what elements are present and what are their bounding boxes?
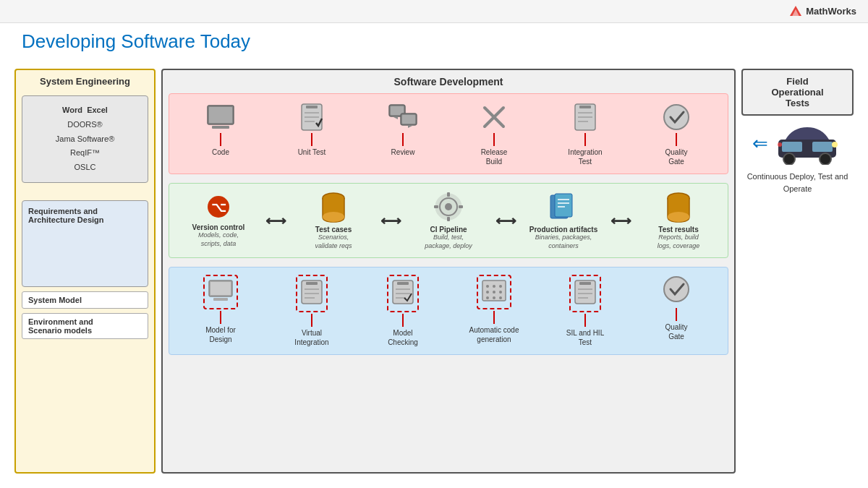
prod-artifacts-sub: Binaries, packages,containers xyxy=(535,234,592,250)
sil-hil-icon xyxy=(574,279,597,308)
mbse-sil-hil-label: SIL and HILTest xyxy=(566,328,604,347)
car-icon xyxy=(771,121,843,165)
mathworks-logo: MathWorks xyxy=(788,4,856,19)
mbse-sil-hil-box xyxy=(569,275,601,312)
word-label: Word xyxy=(62,106,82,114)
release-build-icon xyxy=(478,101,510,133)
doors-label: DOORS® xyxy=(28,118,142,132)
jama-label: Jama Software® xyxy=(28,132,142,147)
sys-model-label: System Model xyxy=(28,296,82,304)
svg-rect-51 xyxy=(397,282,409,285)
svg-rect-19 xyxy=(579,106,591,108)
main-content: System Engineering Word Excel DOORS® Jam… xyxy=(14,69,854,474)
model-checking-icon xyxy=(391,279,414,308)
mbse-model-checking: ModelChecking xyxy=(370,275,435,347)
prod-artifacts-label: Production artifacts xyxy=(529,226,597,234)
env-row: Environment andScenario models xyxy=(22,313,148,339)
mbse-virtual-integration-label: VirtualIntegration xyxy=(294,328,328,347)
svg-point-63 xyxy=(493,296,495,299)
page-title: Developing Software Today xyxy=(22,30,250,53)
svg-rect-32 xyxy=(447,217,450,221)
test-cases-sub: Scenarios,validate reqs xyxy=(315,234,352,250)
excel-label: Excel xyxy=(87,106,108,114)
code-label: Code xyxy=(212,147,229,157)
mbse-auto-code-label: Automatic codegeneration xyxy=(469,325,519,344)
ci-step-integration-test: IntegrationTest xyxy=(553,101,618,166)
svg-point-41 xyxy=(668,212,689,222)
mbse-model-checking-label: ModelChecking xyxy=(388,328,418,347)
mbse-model-checking-box xyxy=(387,275,419,312)
ci-step-code: Code xyxy=(188,101,253,157)
mbse-section: Model forDesign xyxy=(169,267,728,355)
mbse-virtual-integration-box xyxy=(296,275,328,312)
mbse-auto-code: Automatic codegeneration xyxy=(461,275,527,344)
svg-rect-6 xyxy=(306,106,318,108)
double-arrow-icon: ⇐ xyxy=(752,132,768,155)
mbse-quality-gate: QualityGate xyxy=(644,275,709,341)
svg-rect-74 xyxy=(782,142,802,152)
mbse-virtual-integration: VirtualIntegration xyxy=(279,275,344,347)
oslc-label: OSLC xyxy=(28,160,142,175)
field-bottom-text: Continuous Deploy, Test and Operate xyxy=(741,171,854,194)
prod-artifacts-icon xyxy=(548,191,579,226)
svg-point-73 xyxy=(820,153,831,165)
svg-point-30 xyxy=(445,203,452,210)
mbse-sil-hil: SIL and HILTest xyxy=(553,275,618,347)
integration-test-label: IntegrationTest xyxy=(568,147,602,166)
svg-point-61 xyxy=(499,291,502,294)
reqif-label: ReqIF™ xyxy=(28,146,142,160)
svg-rect-46 xyxy=(306,282,318,285)
svg-rect-66 xyxy=(579,282,591,285)
svg-rect-31 xyxy=(447,192,450,197)
svg-rect-34 xyxy=(459,205,463,208)
code-icon xyxy=(205,101,237,133)
header-bar: MathWorks xyxy=(0,0,868,23)
svg-point-58 xyxy=(499,285,502,288)
mbse-quality-gate-label: QualityGate xyxy=(665,322,687,341)
svg-text:⌥: ⌥ xyxy=(211,200,226,215)
svg-rect-75 xyxy=(812,142,833,152)
unit-test-icon xyxy=(296,101,328,133)
arrow-2: ⟷ xyxy=(380,212,401,229)
model-design-icon xyxy=(208,279,234,305)
mathworks-icon xyxy=(788,4,803,19)
release-build-label: ReleaseBuild xyxy=(481,147,508,166)
sys-eng-panel: System Engineering Word Excel DOORS® Jam… xyxy=(14,69,156,474)
svg-rect-44 xyxy=(213,298,228,301)
req-arch-box: Requirements andArchitecture Design xyxy=(22,200,148,287)
svg-rect-4 xyxy=(209,107,232,123)
req-arch-title: Requirements andArchitecture Design xyxy=(28,207,142,224)
sys-eng-title: System Engineering xyxy=(22,76,148,87)
car-area: ⇐ xyxy=(741,121,854,165)
quality-gate-icon xyxy=(660,101,692,133)
sw-dev-inner: Code Unit Test xyxy=(169,93,728,462)
svg-rect-33 xyxy=(434,205,438,208)
arrow-4: ⟷ xyxy=(610,212,631,229)
ci-pipeline-icon xyxy=(433,191,464,226)
ci-step-unit-test: Unit Test xyxy=(279,101,344,157)
mbse-model-design-label: Model forDesign xyxy=(205,325,236,344)
field-title: FieldOperationalTests xyxy=(741,69,854,116)
pipeline-section: ⌥ Version control Models, code,scripts, … xyxy=(169,183,728,258)
sys-eng-inner: Word Excel DOORS® Jama Software® ReqIF™ … xyxy=(22,95,148,464)
arrow-3: ⟷ xyxy=(495,212,516,229)
pipeline-version-control: ⌥ Version control Models, code,scripts, … xyxy=(179,193,258,248)
svg-point-64 xyxy=(499,296,502,299)
ci-step-review: Review xyxy=(370,101,435,157)
svg-point-27 xyxy=(323,212,344,222)
svg-point-70 xyxy=(664,277,689,301)
svg-point-77 xyxy=(778,142,782,147)
test-results-sub: Reports, buildlogs, coverage xyxy=(658,234,700,250)
ci-top-section: Code Unit Test xyxy=(169,93,728,174)
mbse-auto-code-box xyxy=(477,275,511,309)
ci-pipeline-sub: Build, test,package, deploy xyxy=(425,234,472,250)
svg-point-72 xyxy=(783,153,795,165)
mbse-model-design: Model forDesign xyxy=(188,275,253,344)
svg-point-76 xyxy=(832,142,838,147)
virtual-integration-icon xyxy=(300,279,323,308)
svg-rect-43 xyxy=(210,282,231,295)
mathworks-text: MathWorks xyxy=(806,6,856,17)
quality-gate-label: QualityGate xyxy=(665,147,687,166)
version-control-label: Version control xyxy=(192,223,245,231)
pipeline-ci: CI Pipeline Build, test,package, deploy xyxy=(409,191,488,250)
